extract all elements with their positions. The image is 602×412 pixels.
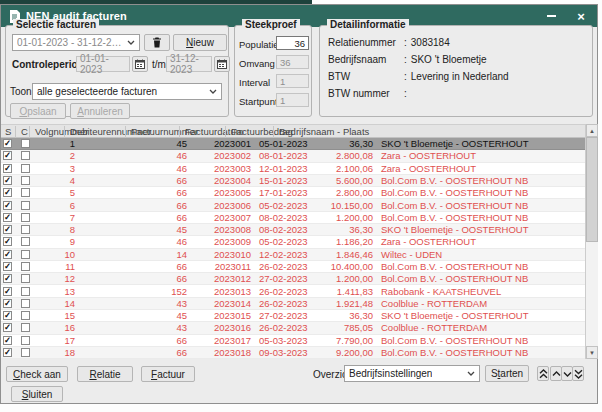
row-s-checkbox[interactable]: ✓ [1, 262, 16, 271]
table-row[interactable]: ✓1766202301705-03-20237.790,00Bol.Com B.… [1, 335, 585, 347]
row-c-checkbox[interactable] [16, 237, 33, 246]
interval-field[interactable]: 1 [276, 74, 309, 88]
scroll-down-button[interactable]: ▼ [586, 346, 598, 359]
scrollbar-thumb[interactable] [586, 137, 598, 242]
row-c-checkbox[interactable] [16, 188, 33, 197]
row-s-checkbox[interactable]: ✓ [1, 323, 16, 332]
row-s-checkbox[interactable]: ✓ [1, 201, 16, 210]
cell-volgnummer: 6 [33, 200, 79, 211]
cell-volgnummer: 17 [33, 335, 79, 346]
table-row[interactable]: ✓1443202301426-02-20231.921,48Coolblue -… [1, 298, 585, 310]
table-row[interactable]: ✓145202300105-01-202336,30SKO 't Bloemet… [1, 138, 585, 150]
table-row[interactable]: ✓466202300415-01-20235.600,00Bol.Com B.V… [1, 175, 585, 187]
row-c-checkbox[interactable] [16, 139, 33, 148]
row-s-checkbox[interactable]: ✓ [1, 213, 16, 222]
row-c-checkbox[interactable] [16, 287, 33, 296]
table-row[interactable]: ✓1014202301012-02-20231.846,46Wiltec - U… [1, 249, 585, 261]
row-s-checkbox[interactable]: ✓ [1, 237, 16, 246]
table-row[interactable]: ✓1266202301227-02-20231.200,00Bol.Com B.… [1, 273, 585, 285]
cell-bedrijfsnaam-plaats: Wiltec - UDEN [377, 249, 585, 260]
delete-selection-button[interactable] [144, 34, 170, 51]
calendar-icon [135, 59, 145, 69]
table-scrollbar[interactable]: ▲ ▼ [585, 124, 598, 359]
row-s-checkbox[interactable]: ✓ [1, 311, 16, 320]
table-row[interactable]: ✓346202300312-01-20232.100,06Zara - OOST… [1, 163, 585, 175]
row-c-checkbox[interactable] [16, 250, 33, 259]
minimize-button[interactable] [543, 8, 559, 24]
date-to-field[interactable]: 31-12-2023 [166, 56, 212, 72]
cell-bedrijfsnaam-plaats: Bol.Com B.V. - OOSTERHOUT NB [377, 347, 585, 358]
table-row[interactable]: ✓1643202301626-02-2023785,05Coolblue - R… [1, 322, 585, 334]
cell-factuurbedrag: 36,30 [317, 138, 377, 149]
calendar-from-button[interactable] [132, 56, 148, 72]
toon-dropdown[interactable]: alle geselecteerde facturen [32, 83, 222, 100]
row-s-checkbox[interactable]: ✓ [1, 250, 16, 259]
date-from-field[interactable]: 01-01-2023 [76, 56, 130, 72]
row-s-checkbox[interactable]: ✓ [1, 188, 16, 197]
table-row[interactable]: ✓13152202301326-02-20231.411,83Rabobank … [1, 285, 585, 297]
row-s-checkbox[interactable]: ✓ [1, 176, 16, 185]
sluiten-button[interactable]: Sluiten [11, 386, 63, 402]
header-s[interactable]: S [5, 126, 11, 138]
row-c-checkbox[interactable] [16, 336, 33, 345]
row-s-checkbox[interactable]: ✓ [1, 139, 16, 148]
period-dropdown[interactable]: 01-01-2023 - 31-12-2023 (Easyflex) [12, 34, 140, 51]
row-c-checkbox[interactable] [16, 201, 33, 210]
cell-volgnummer: 3 [33, 163, 79, 174]
table-row[interactable]: ✓246202300208-01-20232.800,08Zara - OOST… [1, 150, 585, 162]
table-row[interactable]: ✓946202300905-02-20231.186,20Zara - OOST… [1, 236, 585, 248]
table-row[interactable]: ✓766202300708-02-20231.200,00Bol.Com B.V… [1, 212, 585, 224]
cell-factuurnummer: 2023009 [191, 236, 255, 247]
row-c-checkbox[interactable] [16, 225, 33, 234]
row-s-checkbox[interactable]: ✓ [1, 164, 16, 173]
row-c-checkbox[interactable] [16, 311, 33, 320]
first-record-button[interactable] [537, 366, 549, 381]
relatie-button[interactable]: Relatie [77, 366, 133, 382]
factuur-button[interactable]: Factuur [141, 366, 195, 382]
scroll-up-button[interactable]: ▲ [586, 124, 598, 137]
row-s-checkbox[interactable]: ✓ [1, 287, 16, 296]
table-row[interactable]: ✓566202300517-01-20232.800,00Bol.Com B.V… [1, 187, 585, 199]
overzicht-dropdown[interactable]: Bedrijfsinstellingen [344, 365, 480, 382]
row-s-checkbox[interactable]: ✓ [1, 151, 16, 160]
cell-factuurdatum: 05-03-2023 [255, 335, 317, 346]
row-c-checkbox[interactable] [16, 274, 33, 283]
checkbox-checked-icon: ✓ [3, 299, 12, 308]
starten-button[interactable]: Starten [485, 365, 529, 382]
row-c-checkbox[interactable] [16, 299, 33, 308]
populatie-field[interactable]: 36 [276, 36, 309, 50]
row-s-checkbox[interactable]: ✓ [1, 225, 16, 234]
check-aan-button[interactable]: Check aan [6, 366, 68, 382]
table-row[interactable]: ✓1866202301809-03-20239.200,00Bol.Com B.… [1, 347, 585, 359]
last-record-button[interactable] [572, 366, 584, 381]
checkbox-unchecked-icon [21, 274, 30, 283]
row-c-checkbox[interactable] [16, 213, 33, 222]
annuleren-button[interactable]: Annuleren [70, 103, 130, 119]
table-row[interactable]: ✓1166202301126-02-202310.400,00Bol.Com B… [1, 261, 585, 273]
close-button[interactable]: × [573, 8, 589, 24]
cell-debiteurennummer: 46 [79, 163, 191, 174]
cell-factuurnummer: 2023001 [191, 138, 255, 149]
table-row[interactable]: ✓666202300605-02-202310.150,00Bol.Com B.… [1, 199, 585, 211]
header-c[interactable]: C [15, 126, 28, 138]
opslaan-button[interactable]: Opslaan [10, 103, 66, 119]
row-s-checkbox[interactable]: ✓ [1, 299, 16, 308]
omvang-field[interactable]: 36 [276, 55, 309, 69]
row-c-checkbox[interactable] [16, 323, 33, 332]
row-c-checkbox[interactable] [16, 262, 33, 271]
row-s-checkbox[interactable]: ✓ [1, 274, 16, 283]
row-c-checkbox[interactable] [16, 176, 33, 185]
cell-factuurbedrag: 5.600,00 [317, 175, 377, 186]
nieuw-button[interactable]: Nieuw [173, 34, 227, 51]
row-s-checkbox[interactable]: ✓ [1, 348, 16, 357]
header-bedrijfsnaam-plaats[interactable]: Bedrijfsnaam - Plaats [273, 126, 369, 138]
startpunt-field[interactable]: 1 [276, 93, 309, 107]
table-row[interactable]: ✓1545202301527-02-202336,30SKO 't Bloeme… [1, 310, 585, 322]
row-c-checkbox[interactable] [16, 164, 33, 173]
table-row[interactable]: ✓845202300808-02-202336,30SKO 't Bloemet… [1, 224, 585, 236]
calendar-to-button[interactable] [214, 56, 230, 72]
row-c-checkbox[interactable] [16, 348, 33, 357]
row-s-checkbox[interactable]: ✓ [1, 336, 16, 345]
detailinformatie-group: Detailinformatie Relatienummer:3083184 B… [319, 25, 593, 117]
row-c-checkbox[interactable] [16, 151, 33, 160]
